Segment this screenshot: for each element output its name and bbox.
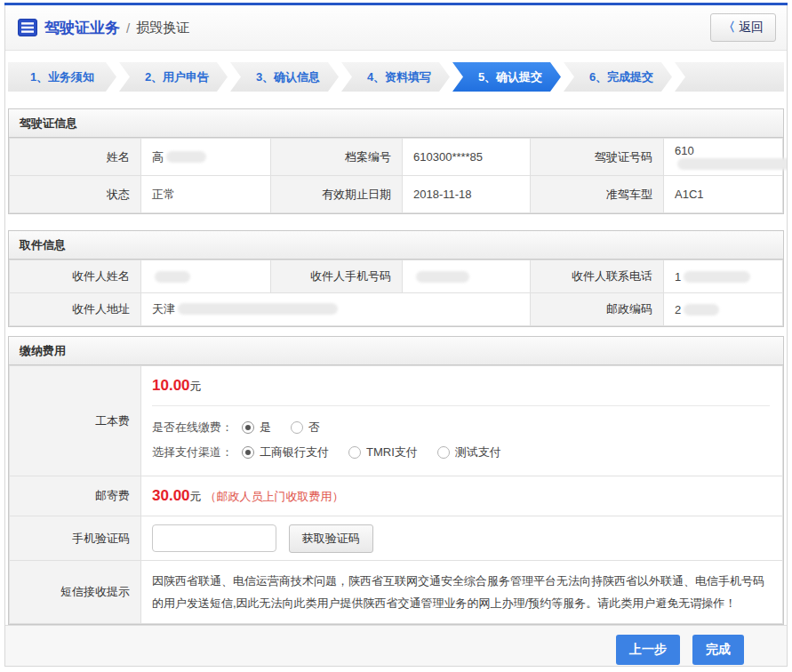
- sms-notice-label: 短信接收提示: [10, 561, 141, 624]
- divider: [152, 405, 770, 406]
- mail-fee-unit: 元: [190, 490, 202, 503]
- name-value: 高: [141, 139, 271, 176]
- previous-step-button[interactable]: 上一步: [616, 635, 680, 665]
- finish-button[interactable]: 完成: [692, 635, 744, 665]
- production-fee-label: 工本费: [10, 366, 141, 476]
- step-bar-filler: [675, 62, 784, 92]
- sms-notice-row: 短信接收提示 因陕西省联通、电信运营商技术问题，陕西省互联网交通安全综合服务管理…: [10, 561, 783, 624]
- step-5-confirm-submit[interactable]: 5、确认提交: [452, 62, 561, 92]
- step-3-confirm-info[interactable]: 3、确认信息: [230, 62, 339, 92]
- captcha-input[interactable]: [152, 524, 276, 552]
- redaction-blur: [677, 158, 788, 170]
- recipient-mobile-value: [403, 260, 531, 293]
- step-1-business-notice[interactable]: 1、业务须知: [8, 62, 116, 92]
- radio-option-test[interactable]: 测试支付: [437, 444, 501, 460]
- payment-channel-question-line: 选择支付渠道： 工商银行支付 TMRI支付 测试支付: [152, 440, 770, 465]
- redaction-blur: [166, 151, 206, 163]
- radio-checked-icon[interactable]: [242, 421, 254, 434]
- recipient-phone-label: 收件人联系电话: [531, 260, 664, 293]
- license-info-table: 姓名 高 档案编号 610300****85 驾驶证号码 610 状态 正常 有…: [9, 138, 783, 213]
- mail-fee-label: 邮寄费: [10, 476, 141, 516]
- mail-fee-note: （邮政人员上门收取费用）: [205, 490, 344, 503]
- radio-unchecked-icon[interactable]: [348, 446, 361, 459]
- recipient-name-value: [141, 260, 271, 293]
- radio-option-tmri[interactable]: TMRI支付: [348, 444, 418, 460]
- expiry-date-value: 2018-11-18: [403, 176, 531, 213]
- back-button[interactable]: 〈返回: [710, 13, 776, 42]
- get-code-button[interactable]: 获取验证码: [289, 524, 373, 553]
- zip-code-label: 邮政编码: [531, 293, 664, 326]
- license-number-label: 驾驶证号码: [531, 139, 664, 176]
- sms-notice-text: 因陕西省联通、电信运营商技术问题，陕西省互联网交通安全综合服务管理平台无法向持陕…: [141, 561, 783, 624]
- main-content: 驾驶证信息 姓名 高 档案编号 610300****85 驾驶证号码 610 状…: [5, 92, 787, 625]
- license-number-value: 610: [664, 139, 783, 176]
- fees-section-title: 缴纳费用: [9, 337, 783, 365]
- pickup-info-section: 取件信息 收件人姓名 收件人手机号码 收件人联系电话 1 收件人地址 天津 邮政…: [8, 230, 784, 327]
- vehicle-class-value: A1C1: [664, 176, 783, 213]
- redaction-blur: [684, 304, 719, 316]
- zip-code-value: 2: [664, 293, 783, 326]
- redaction-blur: [684, 271, 750, 283]
- radio-option-icbc-label: 工商银行支付: [260, 444, 329, 460]
- online-payment-question: 是否在线缴费：: [152, 420, 233, 436]
- redaction-blur: [416, 271, 469, 283]
- production-fee-amount: 10.00: [152, 377, 190, 394]
- radio-option-no-label: 否: [308, 420, 320, 436]
- radio-option-tmri-label: TMRI支付: [366, 444, 418, 460]
- chevron-left-icon: 〈: [723, 20, 735, 34]
- page-header: 驾驶证业务 / 损毁换证 〈返回: [5, 5, 787, 51]
- redaction-blur: [178, 303, 338, 315]
- online-payment-question-line: 是否在线缴费： 是 否: [152, 415, 770, 440]
- radio-option-no[interactable]: 否: [291, 420, 320, 436]
- status-value: 正常: [141, 176, 271, 213]
- payment-channel-question: 选择支付渠道：: [152, 444, 233, 460]
- license-section-title: 驾驶证信息: [9, 109, 783, 138]
- form-list-icon: [18, 18, 37, 37]
- radio-option-yes[interactable]: 是: [242, 420, 271, 436]
- breadcrumb-current: 损毁换证: [136, 20, 189, 36]
- step-6-complete-submit[interactable]: 6、完成提交: [564, 62, 672, 92]
- name-label: 姓名: [10, 139, 141, 176]
- table-row: 状态 正常 有效期止日期 2018-11-18 准驾车型 A1C1: [10, 176, 783, 213]
- step-progress-bar: 1、业务须知 2、用户申告 3、确认信息 4、资料填写 5、确认提交 6、完成提…: [8, 62, 784, 92]
- recipient-mobile-label: 收件人手机号码: [271, 260, 403, 293]
- radio-unchecked-icon[interactable]: [437, 446, 450, 459]
- breadcrumb-separator: /: [126, 20, 130, 36]
- status-label: 状态: [10, 176, 141, 213]
- step-2-user-declaration[interactable]: 2、用户申告: [119, 62, 228, 92]
- pickup-section-title: 取件信息: [9, 231, 783, 260]
- table-row: 收件人地址 天津 邮政编码 2: [10, 293, 783, 326]
- redaction-blur: [155, 271, 190, 283]
- pickup-info-table: 收件人姓名 收件人手机号码 收件人联系电话 1 收件人地址 天津 邮政编码 2: [9, 260, 783, 326]
- vehicle-class-label: 准驾车型: [531, 176, 664, 213]
- mail-fee-row: 邮寄费 30.00元（邮政人员上门收取费用）: [10, 476, 783, 516]
- production-fee-row: 工本费 10.00元 是否在线缴费： 是 否 选择支付渠道：: [10, 366, 783, 476]
- production-fee-unit: 元: [190, 380, 202, 393]
- expiry-date-label: 有效期止日期: [271, 176, 403, 213]
- back-button-label: 返回: [739, 20, 764, 34]
- license-info-section: 驾驶证信息 姓名 高 档案编号 610300****85 驾驶证号码 610 状…: [8, 108, 784, 214]
- table-row: 收件人姓名 收件人手机号码 收件人联系电话 1: [10, 260, 783, 293]
- page-title: 驾驶证业务: [44, 18, 120, 38]
- production-fee-amount-line: 10.00元: [152, 377, 770, 395]
- page-frame: 驾驶证业务 / 损毁换证 〈返回 1、业务须知 2、用户申告 3、确认信息 4、…: [4, 5, 788, 667]
- captcha-row: 手机验证码 获取验证码: [10, 516, 783, 561]
- mail-fee-value: 30.00元（邮政人员上门收取费用）: [141, 476, 783, 516]
- recipient-address-label: 收件人地址: [10, 293, 141, 326]
- mail-fee-amount: 30.00: [152, 487, 190, 504]
- fees-section: 缴纳费用 工本费 10.00元 是否在线缴费： 是 否: [8, 336, 784, 625]
- radio-option-icbc[interactable]: 工商银行支付: [242, 444, 329, 460]
- step-4-fill-data[interactable]: 4、资料填写: [341, 62, 450, 92]
- captcha-cell: 获取验证码: [141, 516, 783, 561]
- table-row: 姓名 高 档案编号 610300****85 驾驶证号码 610: [10, 139, 783, 176]
- fees-table: 工本费 10.00元 是否在线缴费： 是 否 选择支付渠道：: [9, 365, 783, 624]
- radio-option-yes-label: 是: [260, 420, 271, 436]
- radio-option-test-label: 测试支付: [455, 444, 501, 460]
- footer-action-bar: 上一步 完成: [5, 625, 787, 667]
- recipient-address-value: 天津: [141, 293, 531, 326]
- file-number-value: 610300****85: [403, 139, 531, 176]
- file-number-label: 档案编号: [271, 139, 403, 176]
- radio-unchecked-icon[interactable]: [291, 421, 303, 434]
- radio-checked-icon[interactable]: [242, 446, 254, 459]
- recipient-phone-value: 1: [664, 260, 783, 293]
